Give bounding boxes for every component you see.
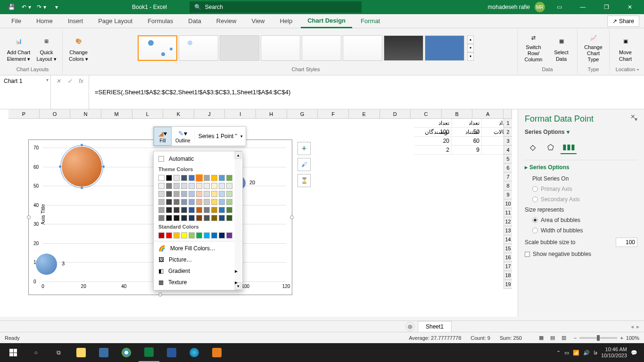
- cancel-formula-icon[interactable]: ✕: [53, 76, 64, 86]
- color-swatch[interactable]: [196, 183, 202, 189]
- gradient-fill-item[interactable]: ◧Gradient▸: [154, 265, 242, 277]
- tab-help[interactable]: Help: [273, 15, 299, 27]
- row-header[interactable]: 17: [504, 262, 512, 271]
- col-header[interactable]: O: [40, 109, 71, 118]
- color-swatch[interactable]: [226, 199, 232, 205]
- new-sheet-button[interactable]: ⊕: [405, 322, 415, 331]
- color-swatch[interactable]: [204, 199, 210, 205]
- row-header[interactable]: 15: [504, 244, 512, 253]
- row-header[interactable]: 16: [504, 253, 512, 262]
- color-swatch[interactable]: [226, 207, 232, 213]
- pane-close-icon[interactable]: ✕: [630, 113, 636, 120]
- fill-line-tab-icon[interactable]: ◇: [525, 140, 541, 154]
- col-header-blank[interactable]: [504, 109, 512, 118]
- chart-style-1[interactable]: [138, 35, 177, 61]
- chart-style-5[interactable]: [302, 35, 341, 61]
- col-header[interactable]: K: [163, 109, 194, 118]
- row-header[interactable]: 13: [504, 226, 512, 235]
- effects-tab-icon[interactable]: ⬠: [543, 140, 559, 154]
- data-label[interactable]: 20: [249, 180, 255, 185]
- color-swatch[interactable]: [181, 191, 187, 197]
- ime-icon[interactable]: ▭: [564, 350, 569, 356]
- area-of-bubbles-radio[interactable]: Area of bubbles: [525, 215, 637, 225]
- sheet-tab[interactable]: Sheet1: [418, 321, 452, 332]
- zoom-slider[interactable]: [579, 337, 617, 339]
- cell[interactable]: 2: [414, 146, 452, 155]
- cell[interactable]: 100: [414, 128, 452, 137]
- row-header[interactable]: 1: [504, 119, 512, 128]
- quick-layout-button[interactable]: ⊞ Quick Layout ▾: [33, 32, 59, 64]
- chart-element-selector[interactable]: Series 1 Point ": [194, 131, 246, 141]
- app-icon[interactable]: [206, 343, 227, 362]
- color-swatch[interactable]: [158, 199, 165, 205]
- color-swatch[interactable]: [173, 232, 180, 239]
- fx-icon[interactable]: fx: [75, 76, 87, 86]
- chart-style-7[interactable]: [384, 35, 423, 61]
- minimize-icon[interactable]: —: [573, 0, 592, 14]
- row-header[interactable]: 10: [504, 199, 512, 208]
- color-swatch[interactable]: [181, 207, 187, 213]
- color-swatch[interactable]: [166, 207, 172, 213]
- col-header[interactable]: I: [225, 109, 256, 118]
- cell[interactable]: 50: [452, 128, 482, 137]
- color-swatch[interactable]: [219, 199, 225, 205]
- row-header[interactable]: 8: [504, 181, 512, 190]
- data-label[interactable]: 3: [62, 261, 65, 266]
- color-swatch[interactable]: [204, 207, 210, 213]
- chart-style-3[interactable]: [220, 35, 259, 61]
- chart-handle[interactable]: [27, 215, 31, 219]
- ribbon-mode-icon[interactable]: ▭: [550, 0, 569, 14]
- change-chart-type-button[interactable]: 📈 Change Chart Type: [580, 32, 606, 64]
- color-swatch[interactable]: [166, 175, 172, 181]
- col-header[interactable]: B: [442, 109, 473, 118]
- chart-style-6[interactable]: [343, 35, 382, 61]
- col-header[interactable]: N: [70, 109, 101, 118]
- color-swatch[interactable]: [189, 191, 195, 197]
- tab-page-layout[interactable]: Page Layout: [91, 15, 139, 27]
- row-header[interactable]: 11: [504, 208, 512, 217]
- excel-icon[interactable]: [139, 343, 159, 362]
- username[interactable]: mohadeseh rafie: [488, 4, 530, 10]
- color-swatch[interactable]: [196, 215, 202, 221]
- color-swatch[interactable]: [189, 175, 195, 181]
- color-swatch[interactable]: [158, 232, 165, 239]
- color-swatch[interactable]: [211, 183, 217, 189]
- color-swatch[interactable]: [196, 207, 202, 213]
- chart-elements-button[interactable]: +: [297, 142, 311, 155]
- restore-icon[interactable]: ❐: [597, 0, 616, 14]
- gallery-up-icon[interactable]: ▴: [467, 35, 474, 44]
- cell[interactable]: تعداد استناد: [452, 119, 482, 128]
- cell[interactable]: 9: [452, 146, 482, 155]
- row-header[interactable]: 3: [504, 137, 512, 146]
- color-swatch[interactable]: [181, 232, 187, 239]
- word-icon[interactable]: [161, 343, 182, 362]
- color-swatch[interactable]: [204, 183, 210, 189]
- data-point[interactable]: [36, 254, 57, 275]
- color-swatch[interactable]: [204, 215, 210, 221]
- col-header[interactable]: F: [318, 109, 349, 118]
- chrome-icon[interactable]: [116, 343, 137, 362]
- color-swatch[interactable]: [158, 183, 165, 189]
- color-swatch[interactable]: [181, 215, 187, 221]
- page-break-view-icon[interactable]: ▥: [559, 334, 569, 342]
- picture-fill-item[interactable]: 🖼Picture…: [154, 254, 242, 265]
- outline-button[interactable]: ✎ ▾ Outline: [172, 127, 194, 145]
- row-header[interactable]: 5: [504, 155, 512, 164]
- normal-view-icon[interactable]: ▦: [536, 334, 546, 342]
- row-header[interactable]: 14: [504, 235, 512, 244]
- app-icon[interactable]: [93, 343, 114, 362]
- color-swatch[interactable]: [196, 191, 202, 197]
- color-swatch[interactable]: [219, 175, 225, 181]
- color-swatch[interactable]: [226, 191, 232, 197]
- cell[interactable]: 60: [452, 137, 482, 146]
- row-header[interactable]: 6: [504, 164, 512, 173]
- name-box-input[interactable]: [0, 75, 44, 87]
- color-swatch[interactable]: [211, 215, 217, 221]
- row-header[interactable]: 19: [504, 280, 512, 289]
- gallery-down-icon[interactable]: ▾: [467, 44, 474, 52]
- color-swatch[interactable]: [173, 183, 180, 189]
- qat-more-icon[interactable]: ▾: [50, 1, 63, 13]
- zoom-out-icon[interactable]: −: [574, 335, 577, 341]
- color-swatch[interactable]: [166, 215, 172, 221]
- color-swatch[interactable]: [219, 191, 225, 197]
